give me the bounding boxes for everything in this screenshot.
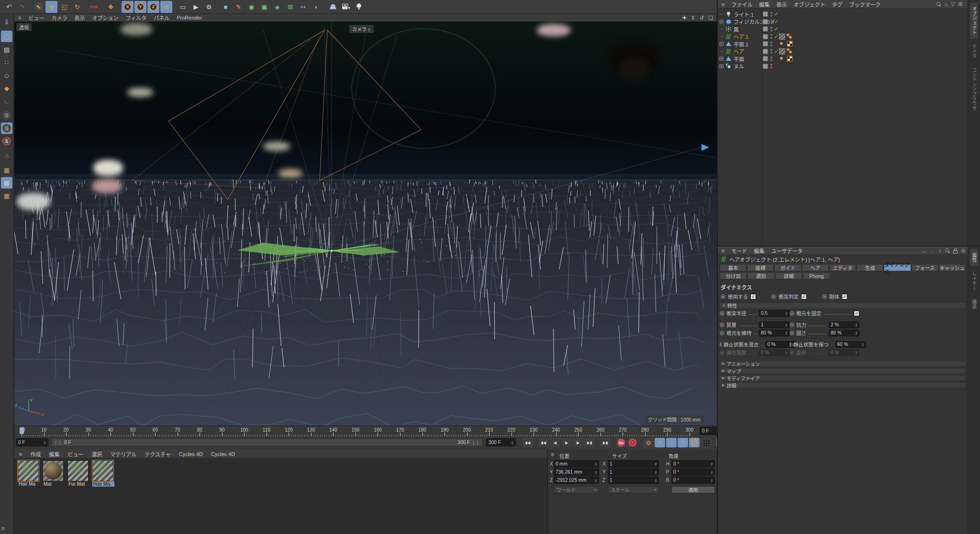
axis-mode-button[interactable]: ∟ xyxy=(1,95,12,107)
visibility-dots[interactable] xyxy=(770,56,772,61)
end-frame-field[interactable]: 300 F▲▼ xyxy=(486,438,516,446)
z-axis-lock[interactable]: Z xyxy=(147,1,159,13)
model-mode-button[interactable]: ▢ xyxy=(1,31,12,42)
home-icon[interactable]: ⌂ xyxy=(945,1,948,7)
magnet-tool-button[interactable]: ∩ xyxy=(1,150,12,161)
visibility-dots[interactable] xyxy=(770,42,772,46)
prev-frame-button[interactable]: ◀ xyxy=(550,438,560,447)
spinner-arrows-icon[interactable]: ▲▼ xyxy=(784,331,788,335)
spinner-arrows-icon[interactable]: ▲▼ xyxy=(653,470,657,474)
param-input[interactable]: 0 %▲▼ xyxy=(829,349,859,356)
spinner-arrows-icon[interactable]: ▲▼ xyxy=(653,478,657,482)
coordinate-input[interactable]: 1▲▼ xyxy=(608,477,659,484)
target-icon[interactable]: ◎ xyxy=(961,247,966,254)
spinner-arrows-icon[interactable]: ▲▼ xyxy=(593,462,597,466)
tab-キャッシュ[interactable]: キャッシュ xyxy=(939,264,966,271)
search-icon[interactable] xyxy=(945,248,950,253)
polygon-mode-button[interactable]: ◆ xyxy=(1,82,12,94)
checkbox[interactable]: ✓ xyxy=(854,311,859,316)
rotate-view-icon[interactable]: ↺ xyxy=(700,15,704,21)
expander-icon[interactable]: + xyxy=(719,56,724,61)
edge-mode-button[interactable]: ◇ xyxy=(1,69,12,81)
range-handle-left[interactable]: ❘❘ xyxy=(54,440,62,445)
visibility-dots[interactable] xyxy=(770,27,772,32)
snap-enabled-button[interactable]: S xyxy=(1,122,12,134)
layer-toggle[interactable] xyxy=(763,64,768,69)
pan-view-icon[interactable]: ✚ xyxy=(682,15,686,21)
param-input[interactable]: 0.5▲▼ xyxy=(759,310,790,317)
add-camera-button[interactable] xyxy=(340,1,352,13)
forward-icon[interactable]: → xyxy=(930,248,935,254)
back-icon[interactable]: ← xyxy=(922,248,927,254)
object-row[interactable]: +フィジカルスカイ✓ xyxy=(718,18,968,26)
tab-基本[interactable]: 基本 xyxy=(720,264,746,271)
param-input[interactable]: 2 %▲▼ xyxy=(829,322,859,328)
dock-tab-テイク[interactable]: テイク xyxy=(970,40,978,62)
last-tool-psr[interactable]: PSR xyxy=(88,1,100,13)
apply-button[interactable]: 適用 xyxy=(671,486,715,493)
checkbox[interactable]: ✓ xyxy=(801,294,807,300)
object-row[interactable]: +ヌル xyxy=(718,63,968,70)
tab-ダイナミクス[interactable]: ダイナミクス xyxy=(884,264,911,271)
layout-menu-icon[interactable]: ≡ xyxy=(1,525,5,532)
tab-エディタ[interactable]: エディタ xyxy=(829,264,856,271)
object-menu-item[interactable]: ブックマーク xyxy=(849,0,880,8)
next-frame-button[interactable]: ▶ xyxy=(573,438,583,447)
spinner-arrows-icon[interactable]: ▲▼ xyxy=(593,478,597,482)
group-アニメーション[interactable]: ▶アニメーション xyxy=(720,361,966,367)
workplane-auto-button[interactable]: ▦ xyxy=(1,190,12,201)
render-view-button[interactable]: ▭ xyxy=(177,1,189,13)
add-light-button[interactable] xyxy=(353,1,365,13)
filter-icon[interactable]: ▽ xyxy=(951,1,955,7)
add-spline-button[interactable]: ✎ xyxy=(233,1,245,13)
attribute-menu-icon[interactable]: ≡ xyxy=(722,248,724,254)
spinner-arrows-icon[interactable]: ▲▼ xyxy=(854,351,858,355)
attribute-menu-item[interactable]: 編集 xyxy=(754,247,764,255)
dock-tab-属性[interactable]: 属性 xyxy=(970,249,978,266)
range-handle-right[interactable]: ❘❘ xyxy=(472,440,480,445)
coordinate-input[interactable]: 1▲▼ xyxy=(608,460,659,467)
viewport-canvas[interactable]: YXZ 透視 カメラ ⣿ グリッド間隔 : 1000 mm xyxy=(14,22,717,425)
axis-modification-tool[interactable]: ✚ xyxy=(105,1,117,13)
record-keyframe-button[interactable] xyxy=(616,438,626,447)
coordinate-input[interactable]: 0 °▲▼ xyxy=(671,477,715,484)
cache-tag[interactable] xyxy=(779,56,785,62)
visibility-dots[interactable] xyxy=(770,19,772,24)
material-item[interactable]: Hair Ma xyxy=(18,460,40,487)
texture-tag[interactable] xyxy=(787,41,793,47)
layer-toggle[interactable] xyxy=(763,49,768,54)
object-row[interactable]: +平面.1 xyxy=(718,40,968,48)
scale-dropdown[interactable]: スケール▾ xyxy=(608,486,659,493)
material-menu-icon[interactable]: ≡ xyxy=(19,451,22,457)
spinner-arrows-icon[interactable]: ▲▼ xyxy=(784,351,788,355)
coordinate-input[interactable]: 1▲▼ xyxy=(608,468,659,476)
visibility-dots[interactable] xyxy=(770,64,772,68)
current-frame-field[interactable]: 0 F▲▼ xyxy=(16,438,48,446)
search-icon[interactable] xyxy=(936,1,941,7)
coordinate-system-toggle[interactable]: ⊕ xyxy=(160,1,172,13)
move-tool[interactable]: ✚ xyxy=(45,1,57,13)
zoom-view-icon[interactable]: ⇕ xyxy=(691,15,695,21)
enabled-check-icon[interactable]: ✓ xyxy=(774,33,779,40)
coordinate-input[interactable]: 0 °▲▼ xyxy=(671,460,715,467)
hair-material-tag[interactable] xyxy=(779,33,785,40)
goto-end-button[interactable]: ▶▮ xyxy=(600,438,611,447)
prev-key-button[interactable]: ▮◀ xyxy=(538,438,549,447)
spinner-arrows-icon[interactable]: ▲▼ xyxy=(510,441,513,445)
param-input[interactable]: 0 %▲▼ xyxy=(759,349,790,356)
preview-range-slider[interactable]: ❘❘ 0 F 300 F ❘❘ xyxy=(51,438,483,446)
enabled-check-icon[interactable]: ✓ xyxy=(774,19,779,25)
material-menu-item[interactable]: 作成 xyxy=(30,450,41,458)
make-editable-button[interactable]: ⇩ xyxy=(1,16,12,28)
group-詳細[interactable]: ▶詳細 xyxy=(720,382,966,388)
group-properties-bar[interactable]: ▼特性 xyxy=(720,302,966,309)
material-menu-item[interactable]: マテリアル xyxy=(110,450,136,458)
tab-フォース[interactable]: フォース xyxy=(912,264,938,271)
dock-tab-オブジェクト[interactable]: オブジェクト xyxy=(970,2,978,39)
object-row[interactable]: ヘア.1✓ xyxy=(718,33,968,41)
coordinate-menu-icon[interactable]: ≡ xyxy=(551,451,554,458)
param-input[interactable]: 80 %▲▼ xyxy=(829,330,859,336)
spinner-arrows-icon[interactable]: ▲▼ xyxy=(709,462,713,466)
layer-toggle[interactable] xyxy=(763,19,768,24)
attribute-menu-item[interactable]: ユーザデータ xyxy=(771,247,802,255)
